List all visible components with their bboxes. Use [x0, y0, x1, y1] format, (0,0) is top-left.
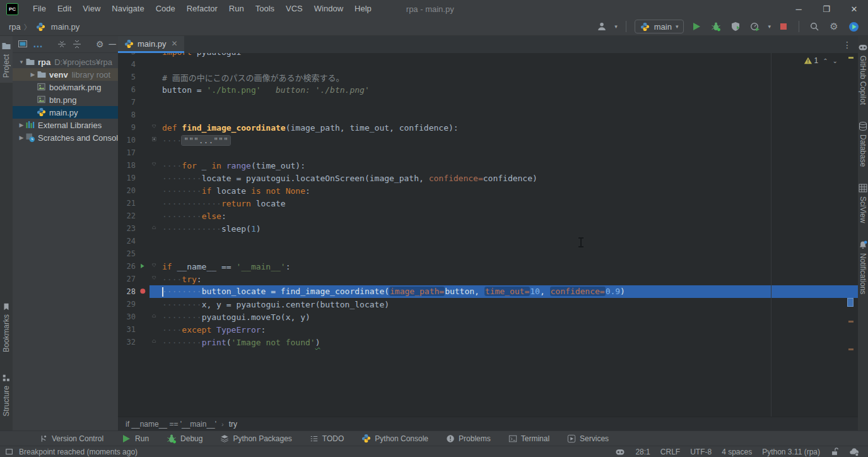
toolwindow-version-control[interactable]: Version Control: [39, 434, 103, 443]
tab-options-icon[interactable]: ⋮: [843, 36, 858, 53]
tool-stripe-project[interactable]: Project: [0, 36, 13, 83]
code-line-28[interactable]: 28········button_locate = find_image_coo…: [118, 285, 858, 298]
code-line-20[interactable]: 20········if locate is not None:: [118, 184, 858, 197]
next-problem-icon[interactable]: ⌄: [833, 57, 838, 64]
code-line-27[interactable]: 27····try:: [118, 273, 858, 285]
fold-marker-open[interactable]: [151, 276, 160, 282]
code-line-25[interactable]: 25: [118, 247, 858, 260]
tool-stripe-database[interactable]: Database: [858, 121, 868, 167]
toolwindow-python-packages[interactable]: Python Packages: [220, 434, 291, 443]
menu-file[interactable]: File: [27, 0, 52, 18]
cloud-settings-icon[interactable]: [849, 447, 859, 457]
unlock-icon[interactable]: [830, 448, 839, 456]
toolwindow-terminal[interactable]: Terminal: [508, 434, 549, 443]
line-separator[interactable]: CRLF: [660, 448, 680, 456]
close-button[interactable]: ✕: [840, 0, 868, 18]
hide-panel-icon[interactable]: ─: [109, 39, 116, 50]
project-view-icon[interactable]: [18, 39, 28, 49]
menu-navigate[interactable]: Navigate: [106, 0, 150, 18]
code-line-26[interactable]: 26if __name__ == '__main__':: [118, 260, 858, 273]
code-line-24[interactable]: 24: [118, 235, 858, 247]
tool-stripe-sciview[interactable]: SciView: [858, 183, 868, 223]
breadcrumb-scope[interactable]: try: [229, 420, 237, 429]
toolwindow-problems[interactable]: Problems: [446, 434, 491, 443]
menu-help[interactable]: Help: [349, 0, 377, 18]
run-button[interactable]: [689, 20, 703, 33]
maximize-button[interactable]: ❐: [812, 0, 840, 18]
menu-code[interactable]: Code: [150, 0, 181, 18]
menu-view[interactable]: View: [77, 0, 106, 18]
collapse-all-icon[interactable]: [72, 39, 82, 49]
run-configuration-select[interactable]: main ▾: [635, 20, 684, 33]
code-line-32[interactable]: 32········print('Image not found'): [118, 336, 858, 348]
toolwindow-python-console[interactable]: Python Console: [361, 434, 428, 443]
code-line-18[interactable]: 18····for _ in range(time_out):: [118, 159, 858, 172]
close-tab-icon[interactable]: ✕: [172, 39, 178, 48]
interpreter[interactable]: Python 3.11 (rpa): [762, 448, 820, 456]
panel-settings-icon[interactable]: ⚙: [96, 39, 104, 49]
menu-tools[interactable]: Tools: [250, 0, 280, 18]
toolwindow-debug[interactable]: Debug: [167, 434, 202, 444]
fold-marker-open[interactable]: [151, 162, 160, 169]
run-line-icon[interactable]: [136, 263, 151, 270]
chevron-right-icon[interactable]: ▶: [18, 134, 25, 141]
toolwindow-services[interactable]: Services: [567, 434, 609, 443]
fold-marker-end[interactable]: [151, 339, 160, 345]
menu-window[interactable]: Window: [308, 0, 349, 18]
chevron-right-icon[interactable]: ▶: [29, 71, 37, 78]
tab-main-py[interactable]: main.py ✕: [118, 36, 184, 53]
menu-run[interactable]: Run: [223, 0, 250, 18]
code-line-17[interactable]: 17: [118, 146, 858, 159]
chevron-down-icon[interactable]: ▼: [18, 59, 25, 65]
debug-button[interactable]: [709, 20, 723, 33]
code-line-23[interactable]: 23············sleep(1): [118, 222, 858, 235]
search-everywhere-icon[interactable]: [807, 20, 821, 33]
menu-edit[interactable]: Edit: [52, 0, 77, 18]
code-area[interactable]: 3import pyautogui45# 画面の中にこのパスの画像があるか検索す…: [118, 53, 858, 417]
file-encoding[interactable]: UTF-8: [690, 448, 712, 456]
chevron-right-icon[interactable]: ▶: [18, 122, 25, 128]
code-line-21[interactable]: 21············return locate: [118, 197, 858, 210]
more-options-icon[interactable]: …: [33, 39, 43, 50]
code-line-8[interactable]: 8: [118, 109, 858, 121]
fold-marker-plus[interactable]: [151, 137, 160, 143]
indent-setting[interactable]: 4 spaces: [722, 448, 752, 456]
code-line-30[interactable]: 30········pyautogui.moveTo(x, y): [118, 311, 858, 323]
code-line-31[interactable]: 31····except TypeError:: [118, 323, 858, 336]
expand-all-icon[interactable]: [57, 39, 67, 49]
menu-refactor[interactable]: Refactor: [181, 0, 223, 18]
tool-stripe-notifications[interactable]: Notifications: [858, 240, 868, 294]
breadcrumb-project[interactable]: rpa: [9, 22, 21, 32]
code-with-me-icon[interactable]: [595, 20, 609, 33]
breadcrumb-file[interactable]: main.py: [51, 22, 80, 32]
tree-item-external-libraries[interactable]: ▶External Libraries: [13, 119, 118, 131]
tool-stripe-structure[interactable]: Structure: [2, 369, 11, 422]
tool-window-toggle-icon[interactable]: [5, 448, 14, 456]
plugin-play-icon[interactable]: [847, 20, 860, 33]
settings-gear-icon[interactable]: ⚙: [827, 20, 841, 33]
code-line-9[interactable]: 9def find_image_coordinate(image_path, t…: [118, 121, 858, 134]
error-stripe-scrollbar[interactable]: [847, 53, 854, 417]
code-line-19[interactable]: 19········locate = pyautogui.locateOnScr…: [118, 172, 858, 184]
fold-marker-open[interactable]: [151, 124, 160, 131]
code-line-29[interactable]: 29········x, y = pyautogui.center(button…: [118, 298, 858, 311]
run-with-coverage-button[interactable]: [729, 20, 742, 33]
status-message[interactable]: Breakpoint reached (moments ago): [19, 448, 138, 456]
copilot-status-icon[interactable]: [615, 447, 625, 457]
tree-item-scratches-and-consoles[interactable]: ▶Scratches and Consoles: [13, 131, 118, 144]
code-line-4[interactable]: 4: [118, 58, 858, 71]
tool-stripe-bookmarks[interactable]: Bookmarks: [2, 297, 11, 357]
breadcrumb-scope[interactable]: if __name__ == '__main__': [126, 420, 216, 429]
minimize-button[interactable]: ─: [785, 0, 812, 18]
code-line-10[interactable]: 10····"""...""": [118, 134, 858, 146]
inspection-widget[interactable]: 1 ⌃ ⌄: [804, 56, 838, 65]
stop-button[interactable]: [777, 20, 790, 33]
caret-position[interactable]: 28:1: [635, 448, 650, 456]
toolwindow-todo[interactable]: TODO: [310, 434, 344, 443]
tree-item-bookmark-png[interactable]: bookmark.png: [13, 81, 118, 93]
fold-marker-end[interactable]: [151, 225, 160, 232]
fold-marker-end[interactable]: [151, 314, 160, 320]
tree-item-rpa[interactable]: ▼rpaD:¥projects¥rpa: [13, 56, 118, 68]
tree-item-btn-png[interactable]: btn.png: [13, 93, 118, 106]
code-line-7[interactable]: 7: [118, 96, 858, 109]
